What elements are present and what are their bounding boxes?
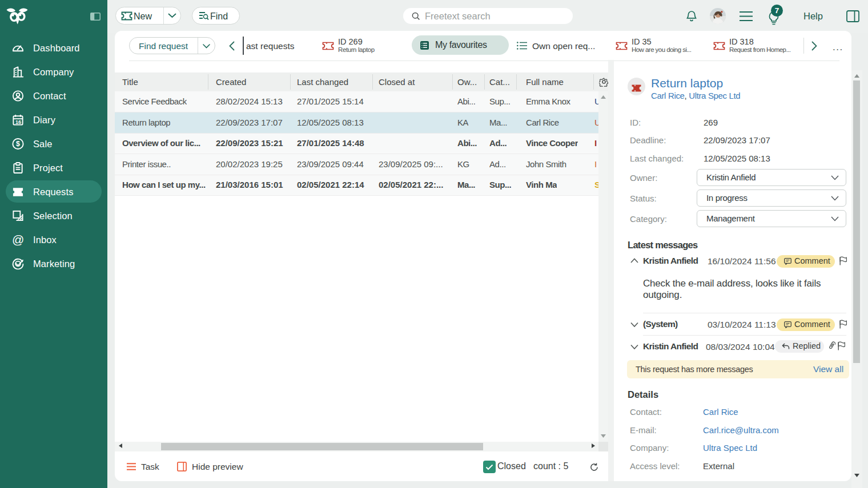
svg-text:$: $ bbox=[16, 140, 20, 148]
svg-text:@: @ bbox=[12, 234, 24, 246]
svg-text:16: 16 bbox=[15, 119, 21, 125]
